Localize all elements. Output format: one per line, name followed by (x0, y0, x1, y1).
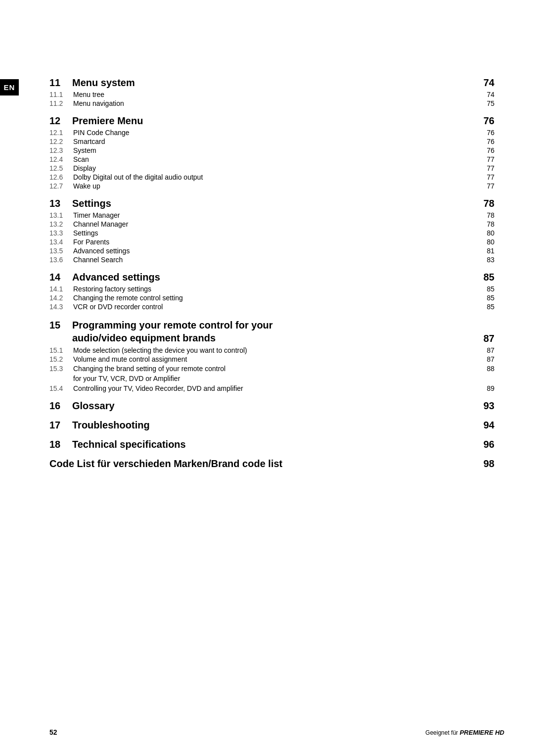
toc-sub-12-7: 12.7 Wake up 77 (49, 182, 494, 190)
sub-13-3-num: 13.3 (49, 229, 67, 237)
section-15-title: Programming your remote control for your… (72, 319, 273, 344)
sub-13-2-title: Channel Manager (73, 220, 128, 228)
sub-13-4-num: 13.4 (49, 238, 67, 246)
toc-content: 11 Menu system 74 11.1 Menu tree 74 11.2… (49, 0, 494, 519)
sub-12-4-num: 12.4 (49, 155, 67, 163)
sub-14-1-title: Restoring factory settings (73, 285, 151, 293)
sub-13-4-title: For Parents (73, 238, 109, 246)
toc-sub-15-3: 15.3 Changing the brand setting of your … (49, 364, 494, 383)
toc-sub-12-5: 12.5 Display 77 (49, 164, 494, 172)
sub-15-1-title: Mode selection (selecting the device you… (73, 346, 247, 354)
section-17-title: Troubleshooting (72, 420, 150, 431)
sub-15-4-page: 89 (487, 384, 494, 392)
section-15-title-line2: audio/video equipment brands (72, 332, 216, 343)
toc-sub-12-1: 12.1 PIN Code Change 76 (49, 129, 494, 137)
sub-14-2-num: 14.2 (49, 294, 67, 302)
sub-12-6-title: Dolby Digital out of the digital audio o… (73, 173, 203, 181)
section-12-page: 76 (484, 115, 494, 127)
toc-sub-13-3: 13.3 Settings 80 (49, 229, 494, 237)
section-16-page: 93 (484, 400, 494, 412)
section-14-title: Advanced settings (72, 272, 160, 283)
section-16-title: Glossary (72, 400, 115, 412)
toc-sub-14-1: 14.1 Restoring factory settings 85 (49, 285, 494, 293)
toc-sub-11-1: 11.1 Menu tree 74 (49, 91, 494, 98)
sub-15-1-page: 87 (487, 346, 494, 354)
toc-sub-15-4: 15.4 Controlling your TV, Video Recorder… (49, 384, 494, 392)
sub-11-1-page: 74 (487, 91, 494, 98)
sub-13-5-num: 13.5 (49, 247, 67, 255)
sub-12-6-page: 77 (487, 173, 494, 181)
sub-13-1-title: Timer Manager (73, 211, 120, 219)
sub-12-2-num: 12.2 (49, 138, 67, 145)
sub-12-7-page: 77 (487, 182, 494, 190)
sub-12-1-page: 76 (487, 129, 494, 137)
sub-12-7-title: Wake up (73, 182, 100, 190)
sub-12-7-num: 12.7 (49, 182, 67, 190)
sub-13-5-page: 81 (487, 247, 494, 255)
section-13-num: 13 (49, 198, 64, 209)
page-footer: 52 Geeignet für PREMIERE HD (0, 728, 534, 736)
section-18-title: Technical specifications (72, 439, 186, 450)
sub-12-5-page: 77 (487, 164, 494, 172)
section-11-title: Menu system (72, 77, 135, 89)
section-11-num: 11 (49, 77, 64, 89)
toc-section-11: 11 Menu system 74 (49, 77, 494, 89)
code-list-title: Code List für verschieden Marken/Brand c… (49, 458, 282, 470)
toc-section-12: 12 Premiere Menu 76 (49, 115, 494, 127)
sub-14-3-title: VCR or DVD recorder control (73, 303, 163, 311)
sub-15-3-page: 88 (487, 364, 494, 373)
sub-12-3-title: System (73, 146, 96, 154)
sub-15-3-title: Changing the brand setting of your remot… (73, 364, 225, 383)
section-12-num: 12 (49, 115, 64, 127)
sub-15-3-line2: for your TV, VCR, DVD or Amplifier (73, 375, 180, 382)
sub-12-1-num: 12.1 (49, 129, 67, 137)
footer-brand-name: PREMIERE HD (460, 729, 504, 736)
toc-sub-15-1: 15.1 Mode selection (selecting the devic… (49, 346, 494, 354)
toc-section-17: 17 Troubleshooting 94 (49, 420, 494, 431)
sub-12-3-page: 76 (487, 146, 494, 154)
sub-11-1-title: Menu tree (73, 91, 104, 98)
toc-section-16: 16 Glossary 93 (49, 400, 494, 412)
toc-section-15: 15 Programming your remote control for y… (49, 319, 494, 344)
sub-15-3-num: 15.3 (49, 364, 67, 373)
sub-13-6-num: 13.6 (49, 256, 67, 264)
sub-11-2-num: 11.2 (49, 99, 67, 107)
sub-15-4-title: Controlling your TV, Video Recorder, DVD… (73, 384, 243, 392)
toc-code-list: Code List für verschieden Marken/Brand c… (49, 458, 494, 470)
sub-13-6-title: Channel Search (73, 256, 123, 264)
footer-page-num: 52 (49, 728, 57, 736)
section-13-page: 78 (484, 198, 494, 209)
sub-12-5-num: 12.5 (49, 164, 67, 172)
sub-13-1-num: 13.1 (49, 211, 67, 219)
section-18-page: 96 (484, 439, 494, 450)
toc-sub-12-6: 12.6 Dolby Digital out of the digital au… (49, 173, 494, 181)
toc-section-18: 18 Technical specifications 96 (49, 439, 494, 450)
toc-section-14: 14 Advanced settings 85 (49, 272, 494, 283)
sub-11-2-title: Menu navigation (73, 99, 124, 107)
sub-12-3-num: 12.3 (49, 146, 67, 154)
footer-brand-block: Geeignet für PREMIERE HD (425, 729, 504, 736)
sub-14-3-page: 85 (487, 303, 494, 311)
sub-15-2-title: Volume and mute control assignment (73, 355, 187, 363)
section-14-page: 85 (484, 272, 494, 283)
toc-sub-13-1: 13.1 Timer Manager 78 (49, 211, 494, 219)
toc-sub-13-5: 13.5 Advanced settings 81 (49, 247, 494, 255)
sub-13-3-title: Settings (73, 229, 98, 237)
section-15-num: 15 (49, 319, 64, 331)
sub-11-1-num: 11.1 (49, 91, 67, 98)
toc-sub-12-3: 12.3 System 76 (49, 146, 494, 154)
code-list-page: 98 (484, 458, 494, 470)
section-15-title-line1: Programming your remote control for your (72, 320, 273, 331)
section-11-page: 74 (484, 77, 494, 89)
sub-13-5-title: Advanced settings (73, 247, 130, 255)
sub-15-2-page: 87 (487, 355, 494, 363)
sub-14-2-title: Changing the remote control setting (73, 294, 183, 302)
sub-12-2-page: 76 (487, 138, 494, 145)
sub-13-4-page: 80 (487, 238, 494, 246)
sub-13-2-num: 13.2 (49, 220, 67, 228)
section-18-num: 18 (49, 439, 64, 450)
sub-14-3-num: 14.3 (49, 303, 67, 311)
sub-13-1-page: 78 (487, 211, 494, 219)
toc-sub-14-2: 14.2 Changing the remote control setting… (49, 294, 494, 302)
language-tab: EN (0, 79, 19, 95)
